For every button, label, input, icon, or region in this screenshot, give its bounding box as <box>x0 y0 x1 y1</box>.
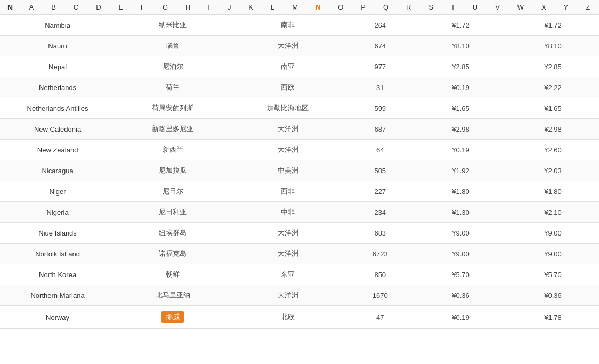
country-price2: ¥1.78 <box>507 306 599 329</box>
country-region: 南非 <box>230 15 345 36</box>
country-code: 47 <box>345 306 415 329</box>
nav-letter-r[interactable]: R <box>403 2 414 12</box>
country-chinese: 新西兰 <box>115 140 230 160</box>
country-price2: ¥2.10 <box>507 202 599 223</box>
nav-letter-a[interactable]: A <box>26 2 37 12</box>
country-region: 南亚 <box>230 56 345 77</box>
alphabet-nav: N ABCDEFGHIJKLMNOPQRSTUVWXYZ <box>0 0 599 15</box>
country-region: 大洋洲 <box>230 119 345 140</box>
country-price1: ¥2.85 <box>415 56 507 77</box>
nav-letter-e[interactable]: E <box>115 2 126 12</box>
country-chinese: 北马里亚纳 <box>115 285 230 306</box>
country-price1: ¥2.98 <box>415 119 507 140</box>
country-code: 599 <box>345 98 415 119</box>
country-code: 234 <box>345 202 415 223</box>
country-code: 687 <box>345 119 415 140</box>
country-price2: ¥2.98 <box>507 119 599 140</box>
table-row: New Zealand新西兰大洋洲64¥0.19¥2.60 <box>0 140 599 160</box>
country-region: 大洋洲 <box>230 36 345 56</box>
table-row: Norfolk IsLand诺福克岛大洋洲6723¥9.00¥9.00 <box>0 244 599 264</box>
nav-letter-w[interactable]: W <box>514 2 527 12</box>
country-english: Nepal <box>0 56 115 77</box>
country-region: 西非 <box>230 181 345 202</box>
country-chinese: 荷属安的列斯 <box>115 98 230 119</box>
table-body: Namibia纳米比亚南非264¥1.72¥1.72Nauru瑙鲁大洋洲674¥… <box>0 15 599 329</box>
country-chinese: 荷兰 <box>115 77 230 98</box>
table-row: Norway挪威北欧47¥0.19¥1.78 <box>0 306 599 329</box>
country-price2: ¥2.60 <box>507 140 599 160</box>
country-english: Niue Islands <box>0 223 115 244</box>
nav-letter-k[interactable]: K <box>245 2 256 12</box>
country-price1: ¥9.00 <box>415 223 507 244</box>
country-chinese: 挪威 <box>115 306 230 329</box>
nav-letter-c[interactable]: C <box>70 2 82 12</box>
nav-letter-f[interactable]: F <box>137 2 148 12</box>
nav-letter-t[interactable]: T <box>448 2 458 12</box>
country-price1: ¥1.72 <box>415 15 507 36</box>
country-code: 683 <box>345 223 415 244</box>
country-english: Northern Mariana <box>0 285 115 306</box>
nav-letter-x[interactable]: X <box>538 2 549 12</box>
country-price1: ¥0.19 <box>415 306 507 329</box>
country-region: 大洋洲 <box>230 223 345 244</box>
country-english: Netherlands Antilles <box>0 98 115 119</box>
country-price2: ¥9.00 <box>507 244 599 264</box>
country-code: 31 <box>345 77 415 98</box>
nav-letter-j[interactable]: J <box>224 2 234 12</box>
nav-letter-v[interactable]: V <box>492 2 503 12</box>
country-price2: ¥0.36 <box>507 285 599 306</box>
country-region: 中非 <box>230 202 345 223</box>
country-code: 264 <box>345 15 415 36</box>
country-code: 505 <box>345 160 415 181</box>
nav-letter-m[interactable]: M <box>289 2 301 12</box>
nav-letter-l[interactable]: L <box>268 2 278 12</box>
nav-letter-s[interactable]: S <box>425 2 436 12</box>
table-row: Niger尼日尔西非227¥1.80¥1.80 <box>0 181 599 202</box>
highlighted-chinese: 挪威 <box>161 311 184 323</box>
country-table: Namibia纳米比亚南非264¥1.72¥1.72Nauru瑙鲁大洋洲674¥… <box>0 15 599 329</box>
country-price2: ¥5.70 <box>507 264 599 285</box>
country-region: 加勒比海地区 <box>230 98 345 119</box>
nav-letter-g[interactable]: G <box>159 2 171 12</box>
country-price2: ¥1.72 <box>507 15 599 36</box>
country-price2: ¥1.80 <box>507 181 599 202</box>
country-english: Nicaragua <box>0 160 115 181</box>
nav-letter-o[interactable]: O <box>335 2 346 12</box>
country-chinese: 新喀里多尼亚 <box>115 119 230 140</box>
nav-letter-z[interactable]: Z <box>582 2 593 12</box>
nav-letter-d[interactable]: D <box>93 2 104 12</box>
table-row: Netherlands荷兰西欧31¥0.19¥2.22 <box>0 77 599 98</box>
country-code: 64 <box>345 140 415 160</box>
country-region: 西欧 <box>230 77 345 98</box>
country-chinese: 朝鲜 <box>115 264 230 285</box>
country-chinese: 尼日利亚 <box>115 202 230 223</box>
country-price2: ¥2.03 <box>507 160 599 181</box>
country-price2: ¥8.10 <box>507 36 599 56</box>
table-row: Nepal尼泊尔南亚977¥2.85¥2.85 <box>0 56 599 77</box>
table-row: Nigeria尼日利亚中非234¥1.30¥2.10 <box>0 202 599 223</box>
nav-letter-b[interactable]: B <box>48 2 59 12</box>
country-english: New Zealand <box>0 140 115 160</box>
country-price1: ¥8.10 <box>415 36 507 56</box>
nav-letter-q[interactable]: Q <box>380 2 392 12</box>
country-region: 大洋洲 <box>230 285 345 306</box>
country-region: 大洋洲 <box>230 244 345 264</box>
country-code: 227 <box>345 181 415 202</box>
country-region: 东亚 <box>230 264 345 285</box>
nav-letter-h[interactable]: H <box>182 2 193 12</box>
country-price1: ¥1.80 <box>415 181 507 202</box>
country-price1: ¥1.65 <box>415 98 507 119</box>
nav-letter-y[interactable]: Y <box>561 2 572 12</box>
country-english: North Korea <box>0 264 115 285</box>
nav-letter-p[interactable]: P <box>358 2 369 12</box>
country-price2: ¥2.85 <box>507 56 599 77</box>
country-code: 1670 <box>345 285 415 306</box>
nav-letter-n[interactable]: N <box>312 2 323 12</box>
nav-letter-u[interactable]: U <box>470 2 481 12</box>
country-region: 中美洲 <box>230 160 345 181</box>
table-row: Niue Islands纽埃群岛大洋洲683¥9.00¥9.00 <box>0 223 599 244</box>
country-chinese: 纽埃群岛 <box>115 223 230 244</box>
table-row: North Korea朝鲜东亚850¥5.70¥5.70 <box>0 264 599 285</box>
country-region: 北欧 <box>230 306 345 329</box>
nav-letter-i[interactable]: I <box>205 2 213 12</box>
